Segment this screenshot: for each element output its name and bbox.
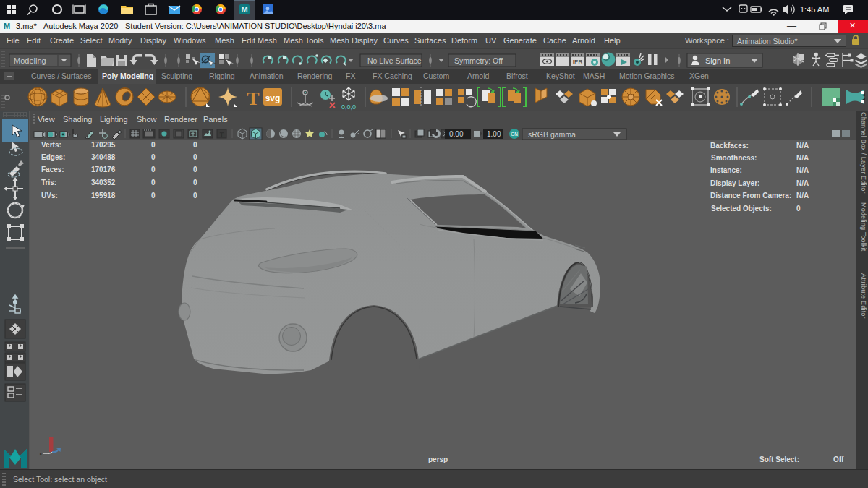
svg-text:sRGB gamma: sRGB gamma	[528, 130, 576, 139]
svg-text:0,0,0: 0,0,0	[341, 103, 356, 111]
svg-text:GN: GN	[511, 132, 518, 137]
svg-text:IPR: IPR	[573, 59, 583, 65]
svg-text:1.00: 1.00	[487, 130, 501, 138]
svg-text:svg: svg	[265, 93, 281, 103]
svg-text:0.00: 0.00	[449, 130, 464, 138]
svg-text:x: x	[39, 450, 43, 457]
svg-text:1:45 AM: 1:45 AM	[800, 5, 829, 14]
svg-text:M: M	[4, 22, 10, 30]
svg-text:M: M	[241, 5, 247, 14]
svg-text:Symmetry: Off: Symmetry: Off	[454, 56, 503, 65]
svg-text:T: T	[220, 131, 224, 138]
svg-text:No Live Surface: No Live Surface	[367, 56, 422, 65]
svg-text:T: T	[247, 88, 259, 109]
svg-text:Modeling: Modeling	[14, 56, 46, 65]
svg-text:Sign In: Sign In	[705, 56, 730, 65]
